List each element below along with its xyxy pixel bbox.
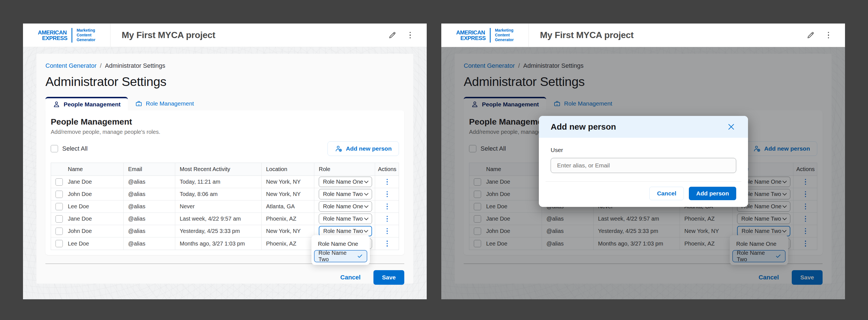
- tab-people-management[interactable]: People Management: [45, 97, 128, 110]
- chevron-down-icon: [364, 191, 369, 196]
- briefcase-icon: [135, 100, 143, 107]
- row-checkbox[interactable]: [56, 227, 63, 235]
- project-title: My First MYCA project: [122, 30, 215, 40]
- edit-pencil-icon[interactable]: [388, 31, 397, 40]
- people-table: Name Email Most Recent Activity Location…: [51, 163, 399, 250]
- breadcrumb-separator: /: [100, 62, 101, 69]
- user-input[interactable]: [551, 158, 736, 173]
- person-icon: [53, 101, 60, 108]
- chevron-down-icon: [364, 228, 368, 233]
- overflow-menu-icon[interactable]: [405, 31, 415, 40]
- person-add-icon: [335, 145, 343, 152]
- role-select-focused[interactable]: Role Name Two: [319, 226, 372, 236]
- row-actions-icon[interactable]: [385, 226, 390, 236]
- header-actions: [388, 31, 427, 40]
- section-title: People Management: [51, 117, 399, 127]
- breadcrumb-link-content-generator[interactable]: Content Generator: [45, 62, 96, 69]
- amex-logo-line1: AMERICAN: [456, 30, 486, 35]
- row-checkbox[interactable]: [56, 240, 63, 247]
- edit-pencil-icon[interactable]: [806, 31, 815, 40]
- table-row: John Doe @alias Today, 8:06 am New York,…: [51, 188, 399, 201]
- amex-logo: AMERICAN EXPRESS: [38, 30, 67, 41]
- content-area: Content Generator / Administrator Settin…: [441, 47, 845, 299]
- row-actions-icon[interactable]: [385, 214, 390, 224]
- tab-role-management[interactable]: Role Management: [128, 97, 201, 110]
- add-person-modal: Add new person User Cancel Add person: [539, 116, 748, 207]
- close-icon[interactable]: [726, 122, 736, 132]
- table-row: Jane Doe @alias Last week, 4/22 9:57 am …: [51, 213, 399, 225]
- panel-footer: Cancel Save: [45, 270, 404, 285]
- cancel-button[interactable]: Cancel: [340, 274, 361, 281]
- product-name: Marketing Content Generator: [495, 28, 514, 42]
- settings-panel: Content Generator / Administrator Settin…: [36, 54, 413, 284]
- header-actions: [806, 31, 845, 40]
- app-header: AMERICAN EXPRESS Marketing Content Gener…: [441, 24, 845, 47]
- app-window-right: AMERICAN EXPRESS Marketing Content Gener…: [441, 24, 845, 299]
- section-subtitle: Add/remove people, manage people's roles…: [51, 129, 399, 135]
- breadcrumb: Content Generator / Administrator Settin…: [45, 62, 404, 69]
- people-management-card: People Management Add/remove people, man…: [45, 110, 404, 255]
- table-row: Lee Doe @alias Never Atlanta, GA Role Na…: [51, 201, 399, 213]
- chevron-down-icon: [364, 216, 369, 220]
- overflow-menu-icon[interactable]: [824, 31, 833, 40]
- breadcrumb-current: Administrator Settings: [105, 62, 165, 69]
- table-row: Lee Doe @alias Months ago, 3/27 1:03 pm …: [51, 238, 399, 250]
- amex-logo-line2: EXPRESS: [456, 35, 486, 41]
- role-select[interactable]: Role Name Two: [319, 214, 372, 224]
- row-actions-icon[interactable]: [385, 177, 390, 187]
- add-new-person-button[interactable]: Add new person: [328, 141, 399, 156]
- product-name: Marketing Content Generator: [76, 28, 95, 42]
- row-checkbox[interactable]: [56, 178, 63, 186]
- dropdown-option-selected[interactable]: Role Name Two: [314, 250, 367, 262]
- role-dropdown-menu: Role Name One Role Name Two: [311, 235, 370, 265]
- brand-block: AMERICAN EXPRESS Marketing Content Gener…: [23, 24, 111, 47]
- content-area: Content Generator / Administrator Settin…: [23, 47, 427, 299]
- modal-footer: Cancel Add person: [539, 182, 748, 207]
- row-checkbox[interactable]: [56, 203, 63, 210]
- page-title: Administrator Settings: [45, 74, 404, 89]
- modal-header: Add new person: [539, 116, 748, 138]
- row-checkbox[interactable]: [56, 215, 63, 222]
- row-actions-icon[interactable]: [385, 239, 390, 248]
- brand-divider: [490, 28, 491, 42]
- select-all[interactable]: Select All: [51, 145, 88, 152]
- row-actions-icon[interactable]: [385, 202, 390, 211]
- project-title: My First MYCA project: [540, 30, 633, 40]
- modal-title: Add new person: [551, 122, 616, 132]
- dropdown-option[interactable]: Role Name One: [314, 238, 367, 250]
- brand-block: AMERICAN EXPRESS Marketing Content Gener…: [441, 24, 529, 47]
- save-button[interactable]: Save: [373, 270, 404, 285]
- tab-bar: People Management Role Management: [45, 97, 404, 110]
- table-row: Jane Doe @alias Today, 11:21 am New York…: [51, 176, 399, 188]
- user-field-label: User: [551, 147, 736, 153]
- role-select[interactable]: Role Name One: [319, 201, 372, 212]
- modal-body: User: [539, 138, 748, 173]
- table-controls: Select All Add new person: [51, 141, 399, 156]
- chevron-down-icon: [364, 204, 369, 208]
- row-actions-icon[interactable]: [385, 189, 390, 199]
- checkmark-icon: [357, 253, 363, 259]
- select-all-checkbox[interactable]: [51, 145, 58, 152]
- app-header: AMERICAN EXPRESS Marketing Content Gener…: [23, 24, 427, 47]
- app-window-left: AMERICAN EXPRESS Marketing Content Gener…: [23, 24, 427, 299]
- modal-cancel-button[interactable]: Cancel: [649, 187, 684, 200]
- table-header-row: Name Email Most Recent Activity Location…: [51, 163, 399, 176]
- role-select[interactable]: Role Name Two: [319, 189, 372, 199]
- chevron-down-icon: [364, 179, 369, 183]
- row-checkbox[interactable]: [56, 191, 63, 198]
- brand-divider: [71, 28, 72, 42]
- amex-logo-line2: EXPRESS: [38, 35, 67, 41]
- add-person-submit-button[interactable]: Add person: [689, 187, 736, 200]
- amex-logo-line1: AMERICAN: [38, 30, 67, 35]
- amex-logo: AMERICAN EXPRESS: [456, 30, 486, 41]
- role-select[interactable]: Role Name One: [319, 177, 372, 187]
